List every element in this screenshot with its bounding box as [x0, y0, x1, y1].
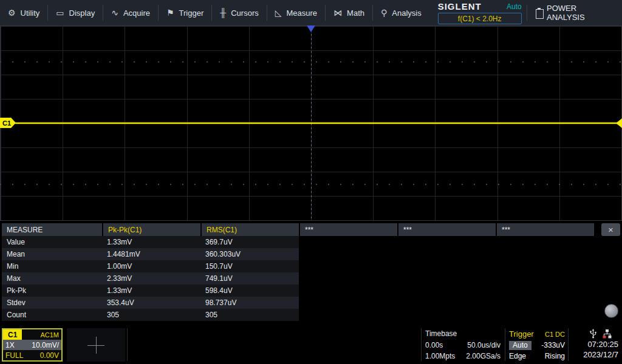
channel-coupling: AC1M [40, 331, 61, 339]
brand-logo: SIGLENT [438, 1, 482, 12]
clock-time: 07:20:25 [569, 339, 618, 349]
table-row: Count 305 305 [2, 309, 299, 321]
timebase-delay: 0.00s [425, 341, 443, 349]
menu-item-measure[interactable]: ◺ Measure [267, 0, 325, 25]
math-descriptor[interactable] [67, 328, 125, 362]
math-icon: ⋈ [333, 8, 342, 18]
trigger-source: C1 DC [545, 331, 565, 338]
measure-column-rms[interactable]: RMS(C1) [202, 223, 299, 236]
measure-column-empty[interactable]: *** [398, 223, 496, 236]
row-label: Count [2, 309, 102, 321]
status-icons [589, 329, 612, 339]
timebase-descriptor[interactable]: Timebase 0.00s 50.0us/div 1.00Mpts 2.00G… [423, 328, 502, 362]
channel1-descriptor[interactable]: C1 AC1M 1X 10.0mV/ FULL 0.00V [2, 328, 63, 362]
row-label: Pk-Pk [2, 285, 102, 297]
timebase-title: Timebase [425, 329, 457, 338]
table-row: Max 2.33mV 749.1uV [2, 272, 299, 285]
menu-label: Math [347, 8, 364, 18]
table-row: Pk-Pk 1.33mV 598.4uV [2, 285, 299, 297]
row-value: 2.33mV [102, 272, 200, 285]
acquisition-status: Auto [507, 2, 522, 11]
analysis-icon: ⚲ [381, 8, 387, 18]
menu-label: Cursors [231, 8, 259, 18]
row-value: 360.303uV [200, 248, 298, 260]
network-icon [603, 329, 612, 339]
table-row: Mean 1.4481mV 360.303uV [2, 248, 299, 260]
row-value: 369.7uV [200, 236, 298, 248]
menu-item-analysis[interactable]: ⚲ Analysis [373, 0, 429, 25]
row-label: Stdev [2, 297, 102, 309]
row-value: 150.7uV [200, 260, 298, 272]
menu-item-utility[interactable]: ⚙ Utility [0, 0, 47, 25]
trigger-level: -333uV [541, 341, 565, 349]
channel-offset: 0.00V [40, 351, 59, 360]
display-icon: ▭ [56, 8, 64, 18]
row-value: 1.33mV [102, 236, 200, 248]
row-value: 749.1uV [200, 272, 298, 285]
measure-table: MEASURE Pk-Pk(C1) RMS(C1) *** *** *** Va… [0, 223, 622, 322]
trigger-mode-badge: Auto [509, 341, 531, 350]
table-row: Value 1.33mV 369.7uV [2, 236, 299, 248]
divider [421, 328, 422, 361]
row-label: Min [2, 260, 102, 272]
battery-icon [536, 8, 542, 18]
trigger-position-marker[interactable] [307, 25, 315, 32]
flag-icon: ⚑ [166, 8, 174, 18]
timebase-points: 1.00Mpts [425, 352, 455, 360]
menu-item-math[interactable]: ⋈ Math [326, 0, 372, 25]
row-value: 305 [102, 309, 200, 321]
trigger-level-marker[interactable] [616, 118, 622, 128]
clock-date: 2023/12/7 [569, 349, 618, 360]
measure-icon: ◺ [275, 8, 282, 18]
row-value: 1.00mV [102, 260, 200, 272]
table-row: Min 1.00mV 150.7uV [2, 260, 299, 272]
table-row: Stdev 353.4uV 98.737uV [2, 297, 299, 309]
close-icon[interactable]: × [601, 223, 620, 236]
menu-item-acquire[interactable]: ∿ Acquire [103, 0, 158, 25]
measure-title: MEASURE [2, 223, 102, 236]
menu-label: Acquire [123, 8, 150, 18]
oscilloscope-screen: ⚙ Utility ▭ Display ∿ Acquire ⚑ Trigger … [0, 0, 622, 364]
menu-label: Measure [287, 8, 318, 18]
gear-icon: ⚙ [8, 8, 16, 18]
channel-probe: 1X [5, 341, 15, 349]
timebase-samplerate: 2.00GSa/s [466, 352, 501, 360]
menu-item-display[interactable]: ▭ Display [48, 0, 103, 25]
crosshair-icon [96, 337, 97, 354]
top-menu-bar: ⚙ Utility ▭ Display ∿ Acquire ⚑ Trigger … [0, 0, 622, 25]
row-value: 598.4uV [200, 285, 298, 297]
status-bar: C1 AC1M 1X 10.0mV/ FULL 0.00V Timebase 0… [0, 326, 622, 364]
measure-column-empty[interactable]: *** [300, 223, 397, 236]
channel-bandwidth: FULL [5, 351, 23, 360]
trigger-title: Trigger [509, 329, 534, 339]
cursors-icon: ╫ [220, 8, 226, 18]
menu-label: Trigger [179, 8, 204, 18]
measure-column-empty[interactable]: *** [497, 223, 594, 236]
row-value: 353.4uV [102, 297, 200, 309]
waveform-display: C1 [0, 25, 622, 221]
menu-item-cursors[interactable]: ╫ Cursors [212, 0, 266, 25]
clock: 07:20:25 2023/12/7 [569, 339, 618, 360]
row-label: Value [2, 236, 102, 248]
usb-icon [589, 329, 597, 339]
menu-toggle-button[interactable] [604, 304, 618, 318]
timebase-scale: 50.0us/div [467, 341, 501, 349]
divider [505, 328, 505, 361]
frequency-counter: f(C1) < 2.0Hz [438, 13, 522, 24]
channel-scale: 10.0mV/ [32, 341, 59, 349]
row-value: 1.4481mV [102, 248, 200, 260]
menu-item-power-analysis[interactable]: POWER ANALYSIS [527, 4, 622, 22]
trigger-descriptor[interactable]: Trigger C1 DC Auto -333uV Edge Rising [507, 328, 567, 362]
menu-label: Utility [21, 8, 40, 18]
trigger-slope: Rising [545, 352, 565, 360]
brand-block: SIGLENT Auto f(C1) < 2.0Hz [429, 1, 527, 24]
waveform-icon: ∿ [111, 8, 118, 18]
channel1-trace [0, 123, 618, 124]
row-value: 1.33mV [102, 285, 200, 297]
menu-item-trigger[interactable]: ⚑ Trigger [159, 0, 211, 25]
menu-label: Analysis [392, 8, 421, 18]
row-label: Max [2, 272, 102, 285]
menu-label: POWER ANALYSIS [547, 4, 612, 22]
measure-column-pkpk[interactable]: Pk-Pk(C1) [103, 223, 200, 236]
row-label: Mean [2, 248, 102, 260]
